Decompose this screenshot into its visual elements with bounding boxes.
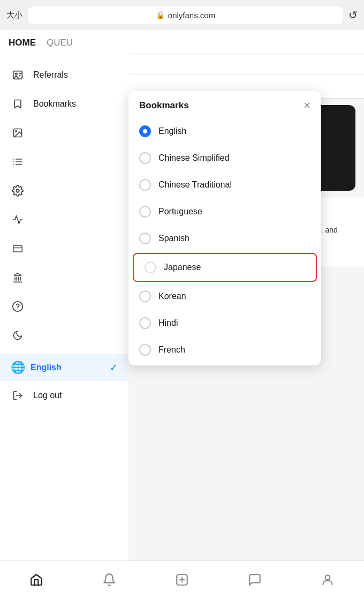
lang-option-japanese-wrapper: Japanese [133, 253, 317, 282]
lang-radio-hindi [139, 317, 151, 329]
lang-label-chinese-simplified: Chinese Simplified [158, 153, 230, 163]
browser-chrome: 大小 🔒 onlyfans.com ↺ [0, 0, 364, 30]
svg-point-5 [16, 131, 17, 132]
lang-label-french: French [158, 345, 185, 355]
lang-label-portuguese: Portuguese [158, 207, 202, 216]
nav-profile[interactable] [321, 573, 335, 587]
url-text: onlyfans.com [168, 11, 215, 20]
sidebar-item-bank[interactable] [0, 263, 128, 292]
lang-radio-spanish [139, 233, 151, 244]
lang-option-portuguese[interactable]: Portuguese [128, 198, 321, 225]
language-dropdown: Bookmarks × English Chinese Simplified C… [128, 91, 321, 365]
help-icon [11, 300, 25, 313]
lock-icon: 🔒 [156, 11, 165, 19]
payment-icon [11, 242, 25, 256]
settings-icon [11, 184, 25, 198]
lang-option-hindi[interactable]: Hindi [128, 310, 321, 337]
lang-option-korean[interactable]: Korean [128, 283, 321, 310]
lang-label-chinese-traditional: Chinese Traditional [158, 180, 232, 190]
language-list: English Chinese Simplified Chinese Tradi… [128, 118, 321, 363]
svg-point-1 [15, 73, 17, 75]
lang-label-spanish: Spanish [158, 234, 189, 243]
lang-label-hindi: Hindi [158, 318, 178, 328]
lang-label-english: English [158, 126, 186, 136]
lang-option-spanish[interactable]: Spanish [128, 225, 321, 252]
sidebar-queue-tab[interactable]: QUEU [47, 38, 73, 48]
lang-option-japanese[interactable]: Japanese [134, 254, 316, 281]
svg-marker-20 [14, 273, 21, 275]
dropdown-header: Bookmarks × [128, 91, 321, 118]
nav-notifications[interactable] [102, 573, 116, 587]
dropdown-title: Bookmarks [139, 100, 189, 111]
referrals-icon [11, 68, 25, 82]
nav-messages[interactable] [248, 573, 262, 587]
media-vault-icon [11, 126, 25, 140]
sidebar-header: HOME QUEU [0, 30, 128, 56]
lang-radio-japanese [145, 261, 156, 273]
sidebar-nav: Referrals Bookmarks [0, 56, 128, 354]
lang-option-french[interactable]: French [128, 337, 321, 363]
sidebar-language-label: English [31, 363, 104, 372]
sidebar-logout-item[interactable]: Log out [0, 381, 128, 410]
logout-icon [11, 388, 25, 402]
nav-home[interactable] [29, 573, 43, 587]
nav-create[interactable] [175, 573, 189, 587]
chevron-down-icon: ✓ [110, 362, 118, 373]
sidebar-home-tab[interactable]: HOME [9, 38, 36, 48]
url-bar[interactable]: 🔒 onlyfans.com [28, 6, 343, 24]
close-button[interactable]: × [304, 100, 310, 111]
sidebar-item-lists[interactable] [0, 147, 128, 176]
lang-radio-portuguese [139, 206, 151, 218]
text-size-label[interactable]: 大小 [6, 10, 22, 20]
globe-icon: 🌐 [11, 361, 25, 375]
lang-option-english[interactable]: English [128, 118, 321, 145]
lang-radio-english [139, 125, 151, 137]
sidebar-item-payment[interactable] [0, 234, 128, 263]
lang-radio-french [139, 344, 151, 356]
lang-option-chinese-simplified[interactable]: Chinese Simplified [128, 145, 321, 171]
sidebar: HOME QUEU Referrals Bookmarks [0, 30, 128, 598]
bank-icon [11, 271, 25, 285]
sidebar-referrals-label: Referrals [33, 70, 68, 80]
sidebar-language-item[interactable]: 🌐 English ✓ [0, 354, 128, 381]
stats-icon [11, 213, 25, 227]
lang-label-japanese: Japanese [164, 263, 201, 272]
svg-point-27 [325, 575, 330, 580]
svg-rect-13 [13, 245, 22, 252]
logout-label: Log out [33, 391, 62, 400]
sidebar-item-bookmarks[interactable]: Bookmarks [0, 89, 128, 118]
sidebar-item-help[interactable] [0, 292, 128, 321]
lang-radio-korean [139, 290, 151, 302]
svg-point-12 [16, 189, 19, 192]
lang-radio-chinese-simplified [139, 152, 151, 164]
bookmarks-icon [11, 97, 25, 111]
lang-label-korean: Korean [158, 291, 186, 301]
sidebar-item-stats[interactable] [0, 205, 128, 234]
refresh-button[interactable]: ↺ [348, 9, 358, 21]
sidebar-item-night[interactable] [0, 321, 128, 350]
night-icon [11, 328, 25, 342]
bottom-nav [0, 560, 364, 598]
sidebar-item-settings[interactable] [0, 176, 128, 205]
lang-radio-chinese-traditional [139, 179, 151, 191]
sidebar-item-media[interactable] [0, 118, 128, 147]
lang-option-chinese-traditional[interactable]: Chinese Traditional [128, 171, 321, 198]
sidebar-item-referrals[interactable]: Referrals [0, 61, 128, 89]
lists-icon [11, 155, 25, 169]
sidebar-bookmarks-label: Bookmarks [33, 99, 76, 109]
